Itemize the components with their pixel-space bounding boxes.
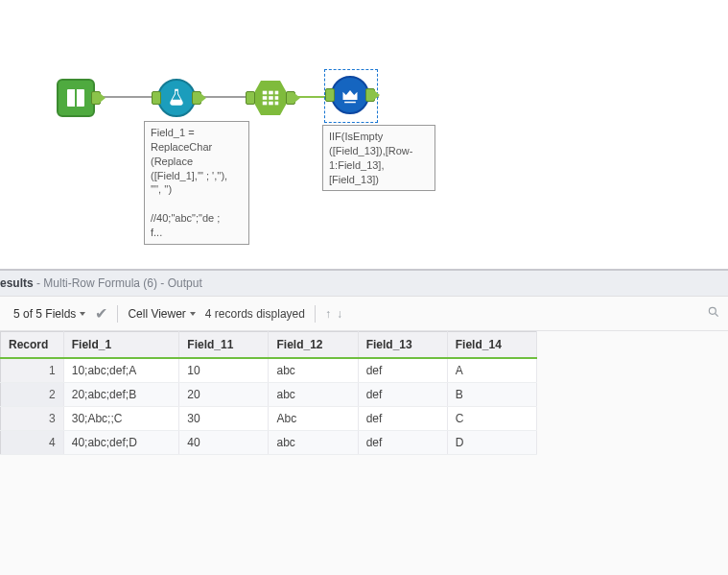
connector <box>100 96 157 98</box>
separator <box>117 305 118 323</box>
cell[interactable]: 40;abc;def;D <box>63 431 179 455</box>
col-field1[interactable]: Field_1 <box>63 332 179 359</box>
fields-dropdown[interactable]: 5 of 5 Fields <box>13 307 85 321</box>
columns-icon <box>251 79 290 117</box>
svg-rect-0 <box>263 91 268 95</box>
cell[interactable]: Abc <box>269 407 358 431</box>
col-field11[interactable]: Field_11 <box>179 332 269 359</box>
row-number: 3 <box>1 407 64 431</box>
tool-multirow-formula-selected[interactable] <box>324 69 378 123</box>
arrow-up-icon[interactable]: ↑ <box>325 307 331 321</box>
cell[interactable]: 20 <box>179 383 269 407</box>
cell[interactable]: def <box>358 431 447 455</box>
svg-rect-4 <box>269 96 273 100</box>
cell[interactable]: def <box>358 383 447 407</box>
table-header-row: Record Field_1 Field_11 Field_12 Field_1… <box>1 332 537 359</box>
cell[interactable]: def <box>358 407 447 431</box>
cell[interactable]: C <box>447 407 536 431</box>
svg-rect-8 <box>275 102 279 106</box>
arrow-down-icon[interactable]: ↓ <box>337 307 342 321</box>
results-title: esults <box>0 276 34 290</box>
cell[interactable]: D <box>447 431 536 455</box>
svg-point-9 <box>709 307 716 314</box>
cell[interactable]: abc <box>269 383 358 407</box>
cell[interactable]: def <box>358 358 447 383</box>
tool-formula[interactable] <box>153 75 200 121</box>
svg-rect-3 <box>269 91 273 95</box>
cell[interactable]: B <box>447 383 536 407</box>
col-field14[interactable]: Field_14 <box>447 332 536 359</box>
results-panel: esults - Multi-Row Formula (6) - Output … <box>0 269 728 575</box>
tool-input-data[interactable] <box>53 75 99 121</box>
col-field12[interactable]: Field_12 <box>269 332 358 359</box>
workflow-canvas[interactable]: Field_1 = ReplaceChar (Replace ([Field_1… <box>0 0 728 269</box>
input-icon <box>57 79 95 117</box>
flask-icon <box>157 79 196 117</box>
svg-rect-7 <box>275 96 279 100</box>
results-header: esults - Multi-Row Formula (6) - Output <box>0 271 728 297</box>
separator <box>315 305 316 323</box>
results-toolbar: 5 of 5 Fields ✔ Cell Viewer 4 records di… <box>0 297 728 331</box>
cell-viewer-dropdown[interactable]: Cell Viewer <box>128 307 195 321</box>
search-icon[interactable] <box>707 305 720 322</box>
caret-down-icon <box>190 312 196 316</box>
cell[interactable]: abc <box>269 358 358 383</box>
annotation-formula[interactable]: Field_1 = ReplaceChar (Replace ([Field_1… <box>144 121 249 245</box>
cell[interactable]: 10;abc;def;A <box>63 358 179 383</box>
results-source: - Multi-Row Formula (6) - Output <box>34 276 202 290</box>
results-table[interactable]: Record Field_1 Field_11 Field_12 Field_1… <box>0 331 537 455</box>
table-row[interactable]: 1 10;abc;def;A 10 abc def A <box>1 358 537 383</box>
row-number: 1 <box>1 358 64 383</box>
multirow-icon <box>331 76 369 114</box>
cell[interactable]: 30;Abc;;C <box>63 407 179 431</box>
cell[interactable]: 20;abc;def;B <box>63 383 179 407</box>
cell[interactable]: 40 <box>179 431 269 455</box>
tool-text-to-columns[interactable] <box>247 75 294 121</box>
apply-check-icon[interactable]: ✔ <box>95 304 107 323</box>
row-number: 4 <box>1 431 64 455</box>
col-record[interactable]: Record <box>1 332 64 359</box>
records-count: 4 records displayed <box>205 307 305 321</box>
col-field13[interactable]: Field_13 <box>358 332 447 359</box>
svg-rect-2 <box>263 102 268 106</box>
fields-label: 5 of 5 Fields <box>13 307 76 321</box>
caret-down-icon <box>80 312 85 316</box>
svg-rect-5 <box>269 102 273 106</box>
cell[interactable]: 30 <box>179 407 269 431</box>
svg-rect-1 <box>263 96 268 100</box>
table-row[interactable]: 4 40;abc;def;D 40 abc def D <box>1 431 537 455</box>
cell[interactable]: A <box>447 358 536 383</box>
row-number: 2 <box>1 383 64 407</box>
table-row[interactable]: 3 30;Abc;;C 30 Abc def C <box>1 407 537 431</box>
cell[interactable]: 10 <box>179 358 269 383</box>
table-row[interactable]: 2 20;abc;def;B 20 abc def B <box>1 383 537 407</box>
annotation-multirow[interactable]: IIF(IsEmpty ([Field_13]),[Row- 1:Field_1… <box>322 125 435 191</box>
svg-rect-6 <box>275 91 279 95</box>
cell-viewer-label: Cell Viewer <box>128 307 185 321</box>
cell[interactable]: abc <box>269 431 358 455</box>
